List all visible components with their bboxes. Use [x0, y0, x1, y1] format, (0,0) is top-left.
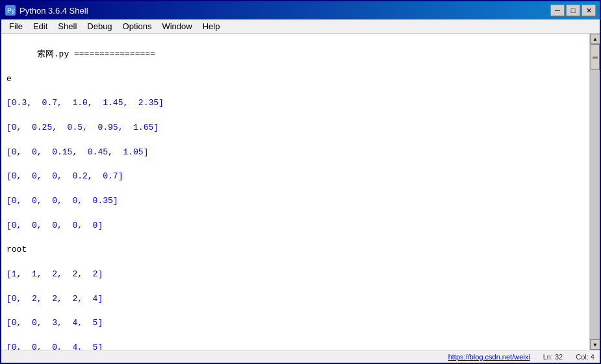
status-ln: Ln: 32: [543, 353, 563, 361]
status-right: https://blog.csdn.net/weixi Ln: 32 Col: …: [448, 353, 595, 361]
scrollbar-thumb[interactable]: [591, 44, 600, 70]
content-area: 索网.py ================ e [0.3, 0.7, 1.0,…: [1, 34, 600, 350]
title-bar: Py Python 3.6.4 Shell ─ □ ✕: [1, 1, 600, 19]
minimize-button[interactable]: ─: [550, 5, 565, 16]
scroll-up-button[interactable]: ▲: [590, 34, 600, 44]
svg-text:Py: Py: [7, 7, 15, 14]
status-link: https://blog.csdn.net/weixi: [448, 353, 530, 361]
root-row-3: [0, 0, 3, 4, 5]: [6, 318, 103, 328]
label-root: root: [6, 245, 27, 254]
status-col: Col: 4: [576, 353, 595, 361]
menu-bar: File Edit Shell Debug Options Window Hel…: [1, 19, 600, 34]
menu-window[interactable]: Window: [157, 19, 197, 33]
label-e: e: [6, 74, 12, 84]
e-row-5: [0, 0, 0, 0, 0.35]: [6, 196, 118, 206]
root-row-4: [0, 0, 0, 4, 5]: [6, 343, 103, 350]
scroll-down-button[interactable]: ▼: [590, 339, 600, 350]
scrollbar: ▲ ▼: [589, 34, 600, 350]
window-controls: ─ □ ✕: [550, 5, 596, 16]
scrollbar-track[interactable]: [590, 44, 600, 339]
menu-help[interactable]: Help: [198, 19, 225, 33]
menu-edit[interactable]: Edit: [28, 19, 53, 33]
close-button[interactable]: ✕: [582, 5, 596, 16]
e-row-4: [0, 0, 0, 0.2, 0.7]: [6, 171, 123, 181]
window-title: Python 3.6.4 Shell: [19, 6, 550, 16]
e-row-1: [0.3, 0.7, 1.0, 1.45, 2.35]: [6, 98, 164, 108]
scrollbar-decoration: [591, 45, 599, 69]
status-bar: https://blog.csdn.net/weixi Ln: 32 Col: …: [1, 350, 600, 363]
e-row-6: [0, 0, 0, 0, 0]: [6, 221, 103, 230]
menu-shell[interactable]: Shell: [53, 19, 82, 33]
e-row-3: [0, 0, 0.15, 0.45, 1.05]: [6, 147, 148, 157]
app-icon: Py: [5, 5, 16, 16]
file-header: 索网.py ================: [37, 49, 155, 59]
menu-file[interactable]: File: [4, 19, 28, 33]
root-row-2: [0, 2, 2, 2, 4]: [6, 294, 103, 304]
e-row-2: [0, 0.25, 0.5, 0.95, 1.65]: [6, 123, 159, 132]
menu-debug[interactable]: Debug: [82, 19, 117, 33]
maximize-button[interactable]: □: [566, 5, 580, 16]
main-window: Py Python 3.6.4 Shell ─ □ ✕ File Edit Sh…: [0, 0, 601, 364]
root-row-1: [1, 1, 2, 2, 2]: [6, 269, 103, 279]
menu-options[interactable]: Options: [118, 19, 157, 33]
shell-output[interactable]: 索网.py ================ e [0.3, 0.7, 1.0,…: [1, 34, 589, 350]
